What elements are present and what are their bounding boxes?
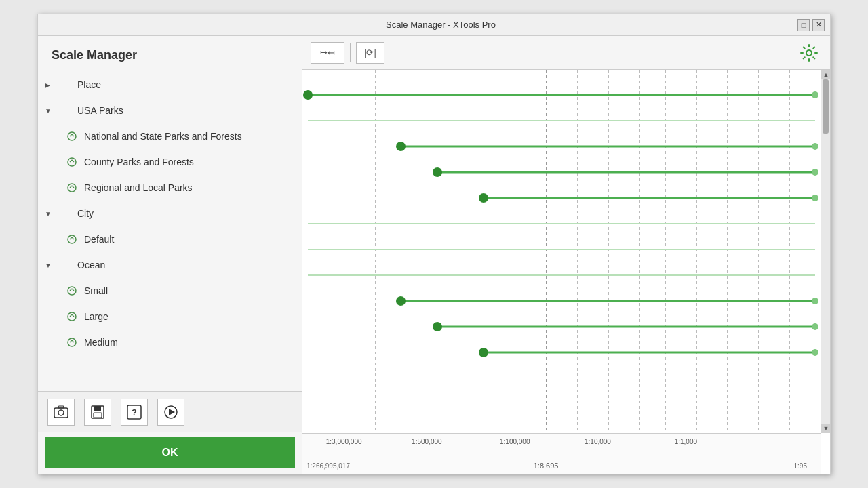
scroll-up-button[interactable]: ▲ xyxy=(821,70,830,79)
tree-area: Place USA Parks National xyxy=(38,69,302,391)
tree-item-large[interactable]: Large xyxy=(38,304,302,329)
tree-item-default[interactable]: Default xyxy=(38,226,302,252)
scale-dot-right[interactable] xyxy=(812,349,818,356)
chart-scrollbar[interactable]: ▲ ▼ xyxy=(821,70,830,433)
scroll-thumb[interactable] xyxy=(823,79,829,134)
scale-bar-row-default[interactable] xyxy=(302,237,821,262)
title-bar: Scale Manager - XTools Pro □ ✕ xyxy=(38,14,830,36)
axis-label-4: 1:1,000 xyxy=(675,438,697,445)
expand-arrow-place xyxy=(45,80,57,89)
axis-label-2: 1:100,000 xyxy=(500,438,530,445)
expand-arrow-usa-parks xyxy=(45,106,57,115)
svg-text:?: ? xyxy=(132,407,137,418)
scale-dot-right[interactable] xyxy=(812,92,818,98)
tree-label-large: Large xyxy=(84,311,108,322)
window-title: Scale Manager - XTools Pro xyxy=(84,20,797,30)
scale-dot-left[interactable] xyxy=(433,322,442,331)
zoom-in-button[interactable]: ↦↤ xyxy=(311,42,344,64)
scale-bar-track xyxy=(484,197,815,199)
tree-label-default: Default xyxy=(84,234,114,245)
scale-dot-right[interactable] xyxy=(812,298,818,304)
scale-bar-track xyxy=(308,120,816,121)
tree-label-place: Place xyxy=(77,79,101,90)
right-scale-label: 1:95 xyxy=(794,462,807,470)
tree-item-ocean[interactable]: Ocean xyxy=(38,252,302,278)
scale-bar-row-medium[interactable] xyxy=(302,340,821,365)
help-button[interactable]: ? xyxy=(121,399,148,426)
tree-label-city: City xyxy=(77,208,94,219)
left-scale-label: 1:266,995,017 xyxy=(307,462,350,470)
scale-dot-left[interactable] xyxy=(479,193,488,203)
scale-dot-right[interactable] xyxy=(812,143,818,150)
close-button[interactable]: ✕ xyxy=(812,19,825,31)
tree-item-county-parks[interactable]: County Parks and Forests xyxy=(38,149,302,175)
scale-bar-track xyxy=(401,300,815,302)
tree-label-medium: Medium xyxy=(84,337,118,348)
scale-bar-row-place[interactable] xyxy=(302,82,821,108)
scale-bar-track xyxy=(308,223,816,224)
tree-label-county-parks: County Parks and Forests xyxy=(84,157,194,167)
expand-arrow-city xyxy=(45,209,57,218)
scale-bar-row-regional-parks[interactable] xyxy=(302,185,821,211)
tree-item-small[interactable]: Small xyxy=(38,278,302,304)
scale-bar-row-nat-parks[interactable] xyxy=(302,134,821,159)
axis-labels: 1:3,000,000 1:500,000 1:100,000 1:10,000… xyxy=(302,438,821,451)
save-button[interactable] xyxy=(84,399,111,426)
axis-label-0: 1:3,000,000 xyxy=(326,438,362,445)
layer-icon-large xyxy=(65,310,79,323)
scale-bar-row-ocean[interactable] xyxy=(302,262,821,288)
scale-dot-left[interactable] xyxy=(396,142,406,151)
svg-rect-11 xyxy=(94,406,101,411)
tree-label-ocean: Ocean xyxy=(77,260,105,270)
scale-bar-track xyxy=(308,94,816,96)
layer-icon-county-parks xyxy=(65,155,79,169)
scale-dot-right[interactable] xyxy=(812,195,818,201)
svg-point-4 xyxy=(68,287,76,295)
chart-area: ▲ ▼ 1:3,000,000 1:500,000 1:100,000 1:10… xyxy=(302,70,830,474)
scale-bar-row-small[interactable] xyxy=(302,288,821,314)
content-area: Scale Manager Place USA Parks xyxy=(38,36,830,474)
scale-dot-right[interactable] xyxy=(812,169,818,176)
scale-bar-row-county-parks[interactable] xyxy=(302,159,821,185)
tree-item-place[interactable]: Place xyxy=(38,72,302,98)
tree-item-city[interactable]: City xyxy=(38,201,302,226)
reset-button[interactable]: |⟳| xyxy=(356,42,384,64)
svg-point-0 xyxy=(68,132,76,140)
minimize-button[interactable]: □ xyxy=(797,19,810,31)
scale-bar-row-city[interactable] xyxy=(302,211,821,237)
ok-button[interactable]: OK xyxy=(45,437,295,468)
svg-point-8 xyxy=(58,410,64,415)
scale-bar-row-usa-parks[interactable] xyxy=(302,108,821,134)
scale-dot-left[interactable] xyxy=(396,296,406,306)
right-panel: ↦↤ |⟳| ▲ ▼ xyxy=(302,36,830,474)
window-controls: □ ✕ xyxy=(797,19,825,31)
scale-dot-left[interactable] xyxy=(479,348,488,357)
settings-button[interactable] xyxy=(796,40,822,66)
tree-item-usa-parks[interactable]: USA Parks xyxy=(38,98,302,123)
bottom-toolbar: ? xyxy=(38,391,302,432)
layer-icon-small xyxy=(65,284,79,298)
main-window: Scale Manager - XTools Pro □ ✕ Scale Man… xyxy=(37,14,831,474)
play-button[interactable] xyxy=(157,399,184,426)
tree-item-regional-parks[interactable]: Regional and Local Parks xyxy=(38,175,302,201)
scale-dot-right[interactable] xyxy=(812,323,818,330)
current-scale-label: 1:8,695 xyxy=(534,462,559,470)
scale-bar-row-large[interactable] xyxy=(302,314,821,340)
tree-label-nat-parks: National and State Parks and Forests xyxy=(84,131,242,142)
camera-button[interactable] xyxy=(47,399,75,426)
tree-item-medium[interactable]: Medium xyxy=(38,329,302,355)
svg-point-6 xyxy=(68,338,76,346)
scroll-down-button[interactable]: ▼ xyxy=(821,424,830,433)
tree-item-nat-parks[interactable]: National and State Parks and Forests xyxy=(38,123,302,149)
scale-bar-track xyxy=(484,352,815,354)
scale-dot-left[interactable] xyxy=(433,167,442,177)
scale-dot-left[interactable] xyxy=(303,90,313,100)
scale-chart[interactable] xyxy=(302,70,821,433)
svg-rect-9 xyxy=(58,406,64,408)
svg-rect-7 xyxy=(54,408,68,418)
svg-point-2 xyxy=(68,184,76,192)
tree-label-usa-parks: USA Parks xyxy=(77,105,123,116)
svg-point-3 xyxy=(68,235,76,243)
tree-label-regional-parks: Regional and Local Parks xyxy=(84,182,193,193)
toolbar-separator xyxy=(350,43,351,62)
